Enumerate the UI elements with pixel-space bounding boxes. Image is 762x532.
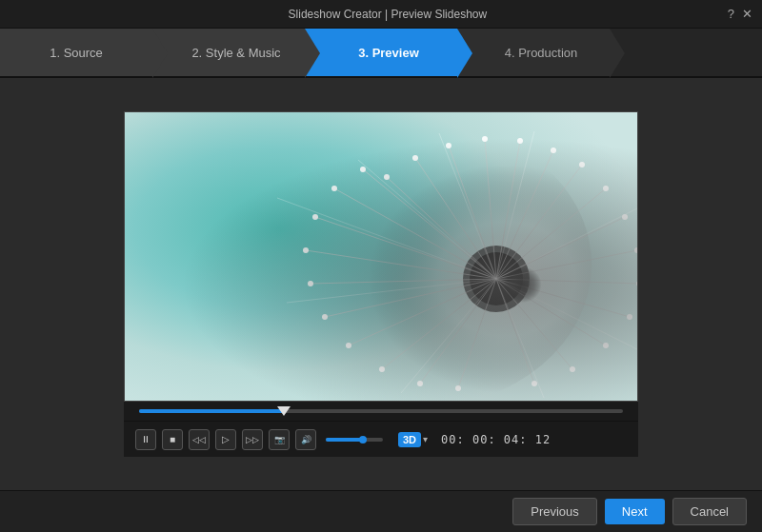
svg-line-28 [387,177,496,279]
rewind-icon: ◁◁ [192,435,206,444]
svg-line-56 [401,279,496,393]
svg-point-50 [482,136,488,142]
stop-button[interactable]: ■ [162,429,183,450]
svg-point-32 [303,247,309,253]
rewind-button[interactable]: ◁◁ [189,429,210,450]
svg-line-12 [420,279,496,384]
svg-point-44 [634,247,637,253]
volume-icon: 🔊 [301,435,311,444]
progress-fill [139,409,284,413]
svg-line-8 [311,279,496,284]
step-production[interactable]: 4. Production [457,29,610,76]
svg-line-9 [325,279,496,317]
svg-point-29 [360,167,366,172]
svg-point-52 [412,155,418,161]
svg-point-43 [636,281,637,286]
play-icon: ▷ [222,434,230,444]
svg-point-34 [322,314,328,320]
svg-point-40 [570,366,575,372]
svg-line-60 [496,131,534,279]
svg-point-39 [531,381,537,386]
step-preview[interactable]: 3. Preview [305,29,457,76]
svg-point-36 [379,366,385,372]
svg-line-7 [306,250,496,279]
svg-line-27 [415,158,496,279]
volume-slider[interactable] [326,438,383,442]
pause-button[interactable]: ⏸ [135,429,156,450]
step-preview-label: 3. Preview [358,46,419,60]
title-bar-title: Slideshow Creator | Preview Slideshow [48,8,728,21]
svg-line-16 [496,279,606,345]
step-style-music[interactable]: 2. Style & Music [152,29,305,76]
badge-3d-container[interactable]: 3D ▾ [394,432,428,447]
step-source[interactable]: 1. Source [0,29,152,76]
video-placeholder [125,112,637,401]
svg-point-3 [470,252,523,305]
help-button[interactable]: ? [728,7,734,21]
svg-point-31 [312,214,318,220]
step-production-label: 4. Production [505,46,578,60]
svg-point-63 [468,243,544,315]
svg-point-46 [603,186,609,191]
fast-forward-icon: ▷▷ [246,435,259,444]
video-container [124,111,638,402]
step-style-music-label: 2. Style & Music [191,46,280,60]
timecode: 00: 00: 04: 12 [441,433,551,446]
video-image [125,112,637,401]
fast-forward-button[interactable]: ▷▷ [242,429,263,450]
badge-dropdown-arrow[interactable]: ▾ [423,434,428,444]
seek-thumb[interactable] [277,406,291,416]
next-button[interactable]: Next [605,499,665,524]
svg-point-47 [579,162,585,167]
badge-3d: 3D [398,432,421,447]
svg-point-45 [622,214,628,220]
svg-line-5 [334,188,496,279]
svg-line-58 [496,279,637,350]
cancel-button[interactable]: Cancel [672,498,747,525]
step-source-label: 1. Source [50,46,103,60]
svg-line-23 [496,150,553,279]
svg-line-19 [496,250,637,279]
svg-line-10 [349,279,496,345]
volume-button[interactable]: 🔊 [295,429,316,450]
seek-bar[interactable] [139,409,623,413]
svg-point-37 [417,381,423,386]
svg-line-13 [458,279,496,388]
svg-point-49 [517,138,523,144]
svg-point-2 [463,246,530,312]
svg-point-41 [603,343,609,348]
svg-line-25 [485,139,496,279]
svg-line-62 [358,160,496,279]
svg-line-11 [382,279,496,369]
svg-point-48 [551,148,556,153]
svg-line-24 [496,141,520,279]
volume-fill [326,438,363,442]
title-bar: Slideshow Creator | Preview Slideshow ? … [0,0,762,29]
svg-point-35 [346,343,351,348]
svg-line-4 [363,169,496,279]
volume-thumb [359,436,367,443]
svg-point-33 [308,281,313,286]
svg-line-15 [496,279,572,369]
svg-line-17 [496,279,630,317]
svg-line-55 [287,279,496,303]
video-area: ⏸ ■ ◁◁ ▷ ▷▷ 📷 🔊 [124,111,638,457]
pause-icon: ⏸ [141,434,150,444]
svg-line-26 [449,146,496,279]
controls-bar: ⏸ ■ ◁◁ ▷ ▷▷ 📷 🔊 [124,421,638,457]
title-bar-controls: ? ✕ [728,7,752,21]
svg-line-54 [277,198,496,279]
svg-point-53 [384,174,390,180]
play-button[interactable]: ▷ [215,429,236,450]
svg-line-21 [496,188,606,279]
svg-point-38 [455,385,461,391]
close-button[interactable]: ✕ [742,7,752,21]
snapshot-button[interactable]: 📷 [269,429,290,450]
previous-button[interactable]: Previous [512,498,597,525]
svg-rect-0 [125,112,637,401]
steps-bar: 1. Source 2. Style & Music 3. Preview 4.… [0,29,762,78]
snapshot-icon: 📷 [274,435,285,444]
svg-point-30 [331,186,337,191]
svg-line-6 [315,217,496,279]
svg-point-1 [249,122,592,401]
